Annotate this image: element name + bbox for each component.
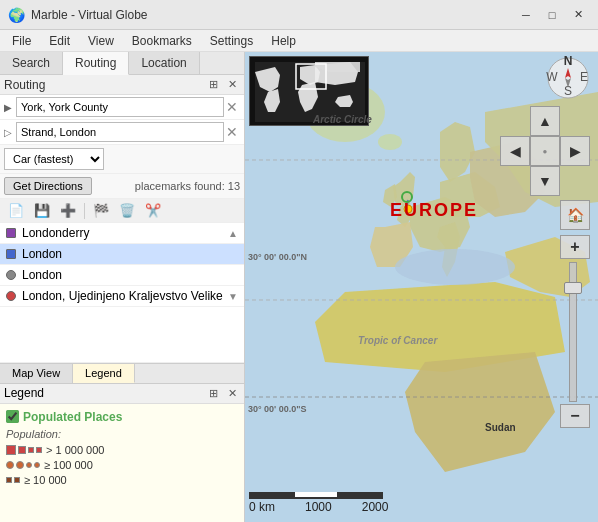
routing-panel: Routing ⊞ ✕ ▶ ✕ ▷ ✕ Car (fa	[0, 75, 244, 522]
nav-down-button[interactable]: ▼	[530, 166, 560, 196]
scale-seg-1	[251, 492, 295, 497]
car-select-row: Car (fastest) Car (shortest) Bicycle Wal…	[0, 145, 244, 174]
placemarks-found: placemarks found: 13	[135, 180, 240, 192]
nav-center-button[interactable]: ●	[530, 136, 560, 166]
compass: N S W E	[546, 56, 590, 100]
close-button[interactable]: ✕	[566, 5, 590, 25]
routing-title: Routing	[4, 78, 45, 92]
menu-bookmarks[interactable]: Bookmarks	[124, 32, 200, 50]
svg-point-8	[404, 205, 412, 213]
titlebar: 🌍 Marble - Virtual Globe ─ □ ✕	[0, 0, 598, 30]
route-start-input[interactable]	[16, 97, 224, 117]
result-text-london3: London, Ujedinjeno Kraljevstvo Velike	[22, 289, 228, 303]
nav-up-button[interactable]: ▲	[530, 106, 560, 136]
legend-close-button[interactable]: ✕	[225, 386, 240, 401]
scale-seg-2	[295, 492, 339, 497]
tab-map-view[interactable]: Map View	[0, 364, 73, 383]
toolbar-separator	[84, 203, 85, 219]
minimize-button[interactable]: ─	[514, 5, 538, 25]
top-tabs: Search Routing Location	[0, 52, 244, 75]
tab-legend[interactable]: Legend	[73, 364, 135, 383]
legend-section-populated: Populated Places	[6, 410, 238, 424]
left-panel: Search Routing Location Routing ⊞ ✕ ▶ ✕	[0, 52, 245, 522]
nav-cell-ne	[560, 106, 590, 136]
mini-map	[249, 56, 369, 126]
legend-text-1m: > 1 000 000	[46, 444, 104, 456]
bottom-tabs: Map View Legend	[0, 363, 244, 384]
toolbar-delete-button[interactable]: 🗑️	[115, 201, 139, 220]
result-item-london3[interactable]: London, Ujedinjeno Kraljevstvo Velike ▼	[0, 286, 244, 307]
route-input-row-1: ▶ ✕	[0, 95, 244, 120]
vehicle-select[interactable]: Car (fastest) Car (shortest) Bicycle Wal…	[4, 148, 104, 170]
result-text-londonderry: Londonderry	[22, 226, 228, 240]
result-item-london1[interactable]: London	[0, 244, 244, 265]
titlebar-left: 🌍 Marble - Virtual Globe	[8, 7, 148, 23]
menu-edit[interactable]: Edit	[41, 32, 78, 50]
legend-content: Populated Places Population: > 1 000 000	[0, 404, 244, 495]
scale-bar: 0 km 1000 2000	[249, 492, 388, 514]
legend-dot-8	[34, 462, 40, 468]
legend-row-10k: ≥ 10 000	[6, 474, 238, 486]
result-scroll-icon: ▲	[228, 228, 238, 239]
maximize-button[interactable]: □	[540, 5, 564, 25]
legend-populated-title: Populated Places	[23, 410, 122, 424]
routing-pin-button[interactable]: ⊞	[206, 77, 221, 92]
toolbar-add-button[interactable]: ➕	[56, 201, 80, 220]
nav-cell-se	[560, 166, 590, 196]
legend-dot-4	[36, 447, 42, 453]
route-start-clear-button[interactable]: ✕	[224, 99, 240, 115]
legend-dots-1m	[6, 445, 42, 455]
menu-view[interactable]: View	[80, 32, 122, 50]
nav-right-button[interactable]: ▶	[560, 136, 590, 166]
map-area[interactable]: Arctic Circle EUROPE 30° 00' 00.0"N Trop…	[245, 52, 598, 522]
tab-routing[interactable]: Routing	[63, 52, 129, 75]
menu-settings[interactable]: Settings	[202, 32, 261, 50]
legend-dots-100k	[6, 461, 40, 469]
nav-left-button[interactable]: ◀	[500, 136, 530, 166]
main-container: Search Routing Location Routing ⊞ ✕ ▶ ✕	[0, 52, 598, 522]
get-directions-button[interactable]: Get Directions	[4, 177, 92, 195]
titlebar-controls: ─ □ ✕	[514, 5, 590, 25]
legend-panel: Legend ⊞ ✕ Populated Places Population:	[0, 384, 244, 523]
legend-dot-10	[14, 477, 20, 483]
tab-search[interactable]: Search	[0, 52, 63, 74]
result-item-londonderry[interactable]: Londonderry ▲	[0, 223, 244, 244]
toolbar-flag-button[interactable]: 🏁	[89, 201, 113, 220]
scale-ruler	[249, 492, 383, 499]
route-end-clear-button[interactable]: ✕	[224, 124, 240, 140]
tab-location[interactable]: Location	[129, 52, 199, 74]
zoom-in-button[interactable]: +	[560, 235, 590, 259]
legend-populated-checkbox[interactable]	[6, 410, 19, 423]
legend-dot-3	[28, 447, 34, 453]
result-dot-london3	[6, 291, 16, 301]
toolbar-cut-button[interactable]: ✂️	[141, 201, 165, 220]
routing-header-icons: ⊞ ✕	[206, 77, 240, 92]
toolbar-new-button[interactable]: 📄	[4, 201, 28, 220]
svg-text:E: E	[580, 70, 588, 84]
result-item-london2[interactable]: London	[0, 265, 244, 286]
legend-header: Legend ⊞ ✕	[0, 384, 244, 404]
result-text-london2: London	[22, 268, 238, 282]
results-list: Londonderry ▲ London London London, Ujed…	[0, 223, 244, 363]
routing-header: Routing ⊞ ✕	[0, 75, 244, 95]
legend-title: Legend	[4, 386, 44, 400]
scale-labels: 0 km 1000 2000	[249, 500, 388, 514]
nav-cell-nw	[500, 106, 530, 136]
route-input-row-2: ▷ ✕	[0, 120, 244, 145]
menu-file[interactable]: File	[4, 32, 39, 50]
result-dot-london2	[6, 270, 16, 280]
get-directions-row: Get Directions placemarks found: 13	[0, 174, 244, 199]
route-end-input[interactable]	[16, 122, 224, 142]
menu-help[interactable]: Help	[263, 32, 304, 50]
zoom-out-button[interactable]: −	[560, 404, 590, 428]
scale-label-0: 0 km	[249, 500, 275, 514]
app-title: Marble - Virtual Globe	[31, 8, 148, 22]
route-end-icon: ▷	[4, 127, 12, 138]
toolbar-row: 📄 💾 ➕ 🏁 🗑️ ✂️	[0, 199, 244, 223]
zoom-slider-thumb[interactable]	[564, 282, 582, 294]
home-button[interactable]: 🏠	[560, 200, 590, 230]
nav-cell-sw	[500, 166, 530, 196]
routing-close-button[interactable]: ✕	[225, 77, 240, 92]
toolbar-save-button[interactable]: 💾	[30, 201, 54, 220]
legend-pin-button[interactable]: ⊞	[206, 386, 221, 401]
